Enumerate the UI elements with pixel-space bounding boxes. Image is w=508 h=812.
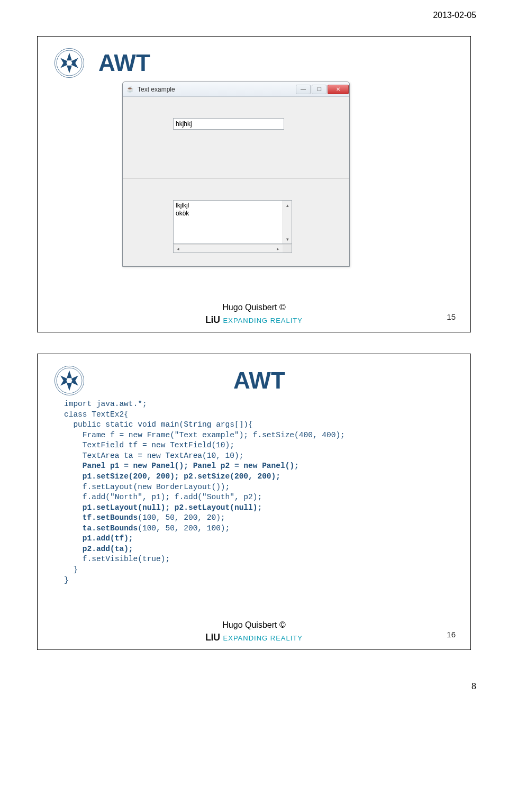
page-number: 8	[0, 671, 508, 707]
author: Hugo Quisbert ©	[38, 620, 470, 630]
awt-body: lkjlkjl ökök ▴ ▾ ◂ ▸	[123, 97, 349, 266]
window-title: Text example	[138, 86, 295, 93]
scroll-right-icon[interactable]: ▸	[274, 245, 283, 252]
panel-north	[123, 97, 349, 179]
brand-name: LiU	[205, 314, 220, 325]
slide-1: AWT ☕ Text example — ☐ ✕ lkjlkjl	[37, 36, 471, 332]
code-block: import java.awt.*; class TextEx2{ public…	[64, 399, 455, 585]
svg-point-2	[55, 366, 84, 395]
slide-1-number: 15	[447, 312, 456, 321]
brand: LiUEXPANDING REALITY	[38, 314, 470, 326]
scroll-left-icon[interactable]: ◂	[174, 245, 183, 252]
slide-1-title: AWT	[98, 50, 455, 76]
slide-2: AWT import java.awt.*; class TextEx2{ pu…	[37, 354, 471, 650]
slide-2-footer: Hugo Quisbert © LiUEXPANDING REALITY	[38, 620, 470, 643]
brand-tag: EXPANDING REALITY	[223, 317, 303, 324]
textfield[interactable]	[173, 118, 284, 130]
textarea-wrapper: lkjlkjl ökök ▴ ▾ ◂ ▸	[173, 200, 292, 253]
brand: LiUEXPANDING REALITY	[38, 632, 470, 643]
window-buttons: — ☐ ✕	[295, 85, 349, 94]
slide-1-footer: Hugo Quisbert © LiUEXPANDING REALITY	[38, 303, 470, 326]
horizontal-scrollbar[interactable]: ◂ ▸	[173, 244, 292, 253]
close-button[interactable]: ✕	[328, 85, 349, 94]
page-date: 2013-02-05	[0, 0, 508, 25]
brand-tag: EXPANDING REALITY	[223, 634, 303, 642]
author: Hugo Quisbert ©	[38, 303, 470, 312]
scroll-down-icon[interactable]: ▾	[283, 234, 292, 243]
university-logo	[53, 365, 85, 396]
brand-name: LiU	[205, 632, 220, 643]
panel-south: lkjlkjl ökök ▴ ▾ ◂ ▸	[123, 179, 349, 266]
awt-window: ☕ Text example — ☐ ✕ lkjlkjl ökök	[122, 82, 350, 267]
minimize-button[interactable]: —	[296, 85, 311, 94]
slide-2-title: AWT	[233, 367, 455, 394]
java-icon: ☕	[126, 85, 134, 94]
slide-2-number: 16	[447, 630, 456, 639]
title-bar: ☕ Text example — ☐ ✕	[123, 82, 349, 97]
scroll-corner	[283, 245, 292, 252]
slide-1-container: AWT ☕ Text example — ☐ ✕ lkjlkjl	[37, 36, 471, 332]
textarea-box: lkjlkjl ökök ▴ ▾	[173, 200, 292, 244]
university-logo	[53, 47, 85, 79]
textarea[interactable]: lkjlkjl ökök	[174, 201, 283, 243]
scroll-up-icon[interactable]: ▴	[283, 201, 292, 210]
slide-2-container: AWT import java.awt.*; class TextEx2{ pu…	[37, 354, 471, 650]
vertical-scrollbar[interactable]: ▴ ▾	[283, 201, 292, 243]
svg-point-0	[55, 48, 84, 77]
maximize-button[interactable]: ☐	[312, 85, 326, 94]
